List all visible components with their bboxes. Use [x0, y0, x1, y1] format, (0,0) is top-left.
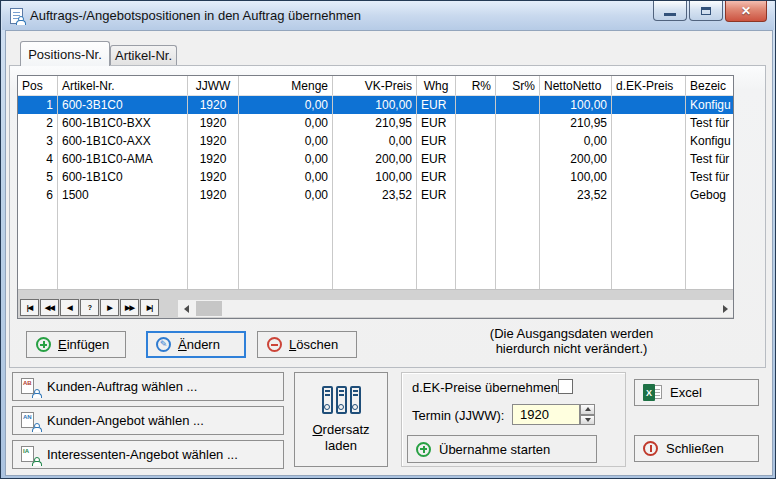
scroll-left-icon[interactable]: [178, 300, 194, 317]
dek-checkbox-label: d.EK-Preise übernehmen: [412, 380, 558, 395]
excel-button[interactable]: Excel: [634, 379, 759, 406]
column-header[interactable]: Artikel-Nr.: [58, 76, 188, 95]
schliessen-button-label: Schließen: [666, 441, 724, 456]
cell: 0,00: [540, 132, 612, 150]
cell: 1: [18, 96, 58, 114]
empty-cell: [686, 204, 733, 289]
termin-input[interactable]: [512, 404, 580, 425]
column-header[interactable]: Whg: [417, 76, 456, 95]
cell: 0,00: [239, 132, 333, 150]
cell: Gebog: [686, 186, 733, 204]
positions-table[interactable]: PosArtikel-Nr.JJWWMengeVK-PreisWhgR%Sr%N…: [17, 75, 734, 319]
hscrollbar-thumb[interactable]: [196, 301, 222, 316]
cell: 100,00: [540, 168, 612, 186]
column-header[interactable]: NettoNetto: [540, 76, 612, 95]
nav-button-5[interactable]: ▶▶: [120, 299, 139, 316]
spinner-down-icon[interactable]: [580, 415, 595, 426]
cell: 600-1B1C0-AMA: [58, 150, 188, 168]
table-row[interactable]: 1600-3B1C019200,00100,00EUR100,00Konfigu: [18, 96, 733, 114]
cell: 600-1B1C0-BXX: [58, 114, 188, 132]
minimize-icon: [664, 13, 676, 16]
cell: 0,00: [239, 150, 333, 168]
cell: 600-3B1C0: [58, 96, 188, 114]
spinner-up-icon[interactable]: [580, 404, 595, 415]
close-button[interactable]: ✕: [725, 1, 767, 22]
empty-cell: [333, 204, 417, 289]
nav-button-1[interactable]: ◀◀: [40, 299, 59, 316]
termin-spinner[interactable]: [580, 404, 595, 425]
table-row[interactable]: 5600-1B1C019200,00100,00EUR100,00Test fü…: [18, 168, 733, 186]
ordersatz-laden-button[interactable]: Ordersatz laden: [294, 372, 388, 467]
dek-checkbox[interactable]: [558, 379, 573, 394]
tab-label: Positions-Nr.: [28, 47, 102, 62]
source-button[interactable]: ANKunden-Angebot wählen ...: [12, 406, 284, 435]
nav-button-3[interactable]: ?: [80, 299, 99, 316]
cell: [612, 96, 686, 114]
dialog-window: Auftrags-/Angebotspositionen in den Auft…: [0, 0, 776, 479]
column-header[interactable]: Bezeic: [686, 76, 733, 95]
empty-cell: [612, 204, 686, 289]
nav-button-6[interactable]: ▶|: [140, 299, 159, 316]
grid-navigator: |◀◀◀◀?▶▶▶▶|: [20, 299, 159, 316]
column-header[interactable]: JJWW: [188, 76, 239, 95]
cell: 210,95: [333, 114, 417, 132]
cell: 100,00: [333, 96, 417, 114]
cell: EUR: [417, 186, 456, 204]
close-icon: ✕: [741, 4, 751, 18]
minimize-button[interactable]: [653, 1, 687, 21]
cell: 100,00: [540, 96, 612, 114]
column-header[interactable]: Pos: [18, 76, 58, 95]
tab-positions-nr[interactable]: Positions-Nr.: [20, 41, 110, 66]
table-row[interactable]: 2600-1B1C0-BXX19200,00210,95EUR210,95Tes…: [18, 114, 733, 132]
delete-button[interactable]: Löschen: [257, 331, 357, 358]
edit-button-label: Ändern: [178, 337, 220, 352]
pencil-circle-icon: ✎: [156, 337, 171, 352]
column-header[interactable]: Sr%: [496, 76, 540, 95]
cell: [456, 168, 496, 186]
cell: [612, 114, 686, 132]
tab-artikel-nr[interactable]: Artikel-Nr.: [110, 45, 177, 65]
insert-button-label: Einfügen: [58, 337, 109, 352]
table-row[interactable]: 4600-1B1C0-AMA19200,00200,00EUR200,00Tes…: [18, 150, 733, 168]
window-title: Auftrags-/Angebotspositionen in den Auft…: [30, 8, 361, 23]
cell: EUR: [417, 132, 456, 150]
edit-button[interactable]: ✎ Ändern: [146, 331, 246, 358]
grid-bottom-bar: |◀◀◀◀?▶▶▶▶|: [18, 289, 733, 318]
source-button[interactable]: IAInteressenten-Angebot wählen ...: [12, 440, 284, 469]
cell: [496, 150, 540, 168]
cell: 0,00: [239, 114, 333, 132]
window-document-person-icon: [10, 8, 23, 24]
note-line-1: (Die Ausgangsdaten werden: [424, 326, 719, 341]
table-row[interactable]: 6150019200,0023,52EUR23,52Gebog: [18, 186, 733, 204]
transfer-panel: d.EK-Preise übernehmen Termin (JJWW): Üb…: [401, 372, 626, 467]
source-button[interactable]: ABKunden-Auftrag wählen ...: [12, 372, 284, 401]
document-person-icon: AB: [21, 378, 38, 396]
maximize-button[interactable]: [689, 1, 723, 21]
nav-button-0[interactable]: |◀: [20, 299, 39, 316]
horizontal-scrollbar[interactable]: [178, 300, 733, 317]
cell: [456, 114, 496, 132]
excel-button-label: Excel: [670, 385, 702, 400]
column-header[interactable]: d.EK-Preis: [612, 76, 686, 95]
cell: 0,00: [239, 168, 333, 186]
dialog-client-area: Positions-Nr. Artikel-Nr. PosArtikel-Nr.…: [5, 30, 773, 476]
cell: 4: [18, 150, 58, 168]
column-header[interactable]: Menge: [239, 76, 333, 95]
cell: [496, 96, 540, 114]
column-header[interactable]: VK-Preis: [333, 76, 417, 95]
empty-cell: [239, 204, 333, 289]
note-text: (Die Ausgangsdaten werden hierdurch nich…: [424, 326, 719, 356]
start-transfer-button[interactable]: Übernahme starten: [407, 435, 597, 463]
schliessen-button[interactable]: Schließen: [634, 435, 759, 462]
nav-button-2[interactable]: ◀: [60, 299, 79, 316]
ordersatz-label: Ordersatz laden: [312, 422, 369, 454]
column-header[interactable]: R%: [456, 76, 496, 95]
scroll-right-icon[interactable]: [717, 300, 733, 317]
insert-button[interactable]: Einfügen: [26, 331, 126, 358]
cell: [496, 114, 540, 132]
delete-button-label: Löschen: [289, 337, 338, 352]
table-row[interactable]: 3600-1B1C0-AXX19200,000,00EUR0,00Konfigu: [18, 132, 733, 150]
document-person-icon: IA: [21, 446, 38, 464]
nav-button-4[interactable]: ▶: [100, 299, 119, 316]
excel-icon: [643, 384, 662, 401]
